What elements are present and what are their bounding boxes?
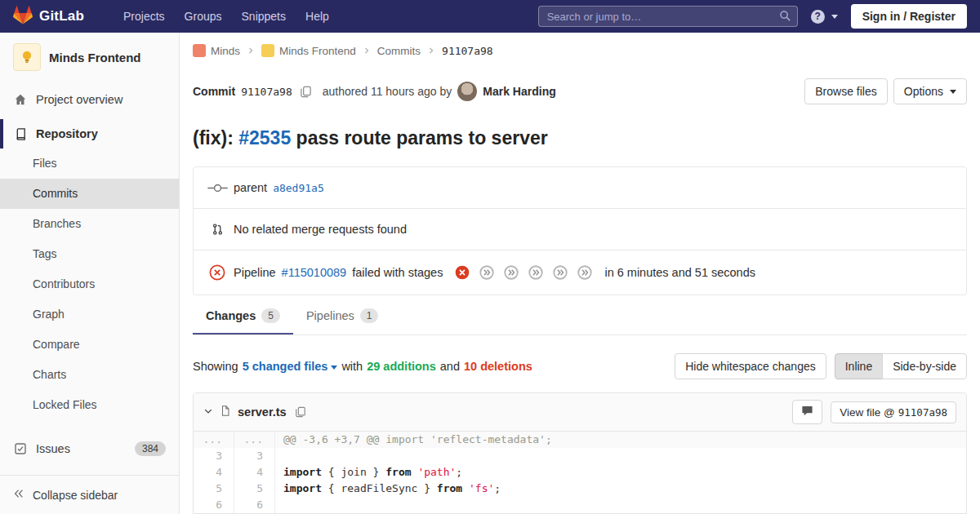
sidebar-item-compare[interactable]: Compare (0, 330, 179, 360)
old-line-number[interactable]: 4 (194, 464, 234, 481)
new-line-number[interactable]: 5 (234, 481, 275, 497)
sidebar-item-label: Repository (36, 127, 98, 140)
project-header[interactable]: Minds Frontend (0, 33, 179, 82)
diff-lines: 3344import { join } from 'path';55import… (194, 448, 966, 513)
breadcrumb: Minds Minds Frontend Commits 91107a98 (193, 44, 967, 57)
author-name[interactable]: Mark Harding (483, 85, 555, 98)
merge-request-row: No related merge requests found (194, 208, 966, 250)
project-name: Minds Frontend (49, 51, 141, 64)
pipeline-link[interactable]: #115010089 (282, 266, 347, 279)
sidebar-item-contributors[interactable]: Contributors (0, 269, 179, 299)
new-line-number[interactable]: 6 (234, 497, 275, 513)
copy-filename-button[interactable] (293, 405, 308, 419)
commit-sha: 91107a98 (241, 86, 292, 98)
diff-summary-text: Showing 5 changed files with 29 addition… (193, 360, 532, 373)
diff-line: 55import { readFileSync } from 'fs'; (194, 481, 966, 497)
browse-files-button[interactable]: Browse files (804, 78, 887, 104)
title-suffix: pass route params to server (291, 127, 547, 148)
pipeline-duration-text: in 6 minutes and 51 seconds (604, 266, 755, 279)
tab-pipelines[interactable]: Pipelines 1 (293, 297, 392, 335)
diff-line: 44import { join } from 'path'; (194, 464, 966, 481)
diff-table: ... ... @@ -3,6 +3,7 @@ import 'reflect-… (194, 432, 966, 513)
comment-button[interactable] (792, 400, 822, 424)
search-input[interactable] (538, 6, 798, 27)
options-label: Options (904, 85, 943, 98)
breadcrumb-item-commits[interactable]: Commits (377, 45, 421, 57)
diff-line: 33 (194, 448, 966, 464)
breadcrumb-label: Minds Frontend (279, 45, 356, 57)
old-line-number: ... (194, 432, 234, 448)
old-line-number[interactable]: 6 (194, 497, 234, 513)
code-line: import { readFileSync } from 'fs'; (275, 481, 966, 497)
sidebar-item-tags[interactable]: Tags (0, 239, 179, 269)
old-line-number[interactable]: 5 (194, 481, 234, 497)
stage-skipped-icon[interactable] (577, 265, 592, 280)
pipelines-count-badge: 1 (360, 308, 379, 323)
gitlab-home-link[interactable]: GitLab (13, 6, 84, 28)
view-file-label: View file @ (840, 406, 894, 419)
copy-sha-button[interactable] (298, 84, 314, 100)
sidebar-item-label: Issues (36, 442, 70, 455)
nav-item-projects[interactable]: Projects (114, 0, 175, 33)
inline-view-button[interactable]: Inline (835, 353, 883, 379)
sidebar-item-files[interactable]: Files (0, 148, 179, 179)
sidebar-item-repository[interactable]: Repository (0, 119, 179, 148)
home-icon (13, 93, 28, 106)
gitlab-logo-icon (13, 6, 33, 28)
new-line-number[interactable]: 4 (234, 464, 275, 481)
help-menu[interactable]: ? (811, 10, 838, 24)
diff-file-card: server.ts View file @ 91107a98 (193, 392, 967, 514)
title-prefix: (fix): (193, 127, 238, 148)
stage-failed-icon[interactable] (455, 265, 470, 280)
sidebar: Minds Frontend Project overview Reposito… (0, 33, 180, 514)
additions-count: 29 additions (367, 360, 436, 373)
sidebar-item-charts[interactable]: Charts (0, 360, 179, 390)
breadcrumb-label: Commits (377, 45, 421, 57)
nav-item-groups[interactable]: Groups (175, 0, 232, 33)
sidebar-item-branches[interactable]: Branches (0, 209, 179, 239)
nav-item-snippets[interactable]: Snippets (232, 0, 296, 33)
sidebar-item-commits[interactable]: Commits (0, 179, 179, 209)
parent-sha-link[interactable]: a8ed91a5 (273, 182, 324, 194)
sidebar-item-graph[interactable]: Graph (0, 299, 179, 330)
view-file-button[interactable]: View file @ 91107a98 (831, 401, 956, 423)
hide-whitespace-button[interactable]: Hide whitespace changes (675, 353, 826, 379)
stage-skipped-icon[interactable] (504, 265, 519, 280)
main-content: Minds Minds Frontend Commits 91107a98 Co… (180, 33, 980, 514)
options-dropdown-button[interactable]: Options (893, 78, 967, 104)
new-line-number[interactable]: 3 (234, 448, 275, 464)
deletions-count: 10 deletions (464, 360, 532, 373)
issue-link[interactable]: #2535 (238, 127, 291, 148)
breadcrumb-item-project[interactable]: Minds Frontend (261, 44, 356, 57)
author-avatar (457, 82, 477, 101)
parent-label: parent (234, 181, 267, 194)
breadcrumb-label: Minds (211, 45, 240, 57)
chevron-down-icon (331, 366, 337, 370)
diff-filename: server.ts (238, 405, 287, 419)
old-line-number[interactable]: 3 (194, 448, 234, 464)
nav-item-help[interactable]: Help (296, 0, 339, 33)
tab-changes[interactable]: Changes 5 (193, 297, 293, 335)
navbar-left: GitLab ProjectsGroupsSnippetsHelp (13, 0, 339, 33)
project-avatar (13, 43, 41, 71)
showing-label: Showing (193, 360, 238, 373)
changes-count-badge: 5 (261, 308, 280, 323)
sidebar-item-project-overview[interactable]: Project overview (0, 85, 179, 114)
stage-skipped-icon[interactable] (553, 265, 568, 280)
side-by-side-view-button[interactable]: Side-by-side (882, 353, 967, 379)
collapse-sidebar-button[interactable]: Collapse sidebar (0, 475, 179, 514)
stage-skipped-icon[interactable] (528, 265, 543, 280)
stage-skipped-icon[interactable] (479, 265, 494, 280)
collapse-file-chevron-icon[interactable] (203, 405, 213, 419)
project-mini-avatar (261, 44, 274, 57)
sidebar-item-issues[interactable]: Issues 384 (0, 433, 179, 464)
sign-in-button[interactable]: Sign in / Register (851, 4, 967, 29)
code-line (275, 497, 966, 513)
repository-subnav: FilesCommitsBranchesTagsContributorsGrap… (0, 148, 179, 420)
sidebar-item-label: Project overview (36, 93, 122, 106)
changed-files-dropdown[interactable]: 5 changed files (243, 360, 338, 373)
sidebar-item-locked-files[interactable]: Locked Files (0, 390, 179, 420)
diff-file-header: server.ts View file @ 91107a98 (194, 393, 966, 432)
search-icon[interactable] (779, 10, 791, 24)
breadcrumb-item-group[interactable]: Minds (193, 44, 240, 57)
